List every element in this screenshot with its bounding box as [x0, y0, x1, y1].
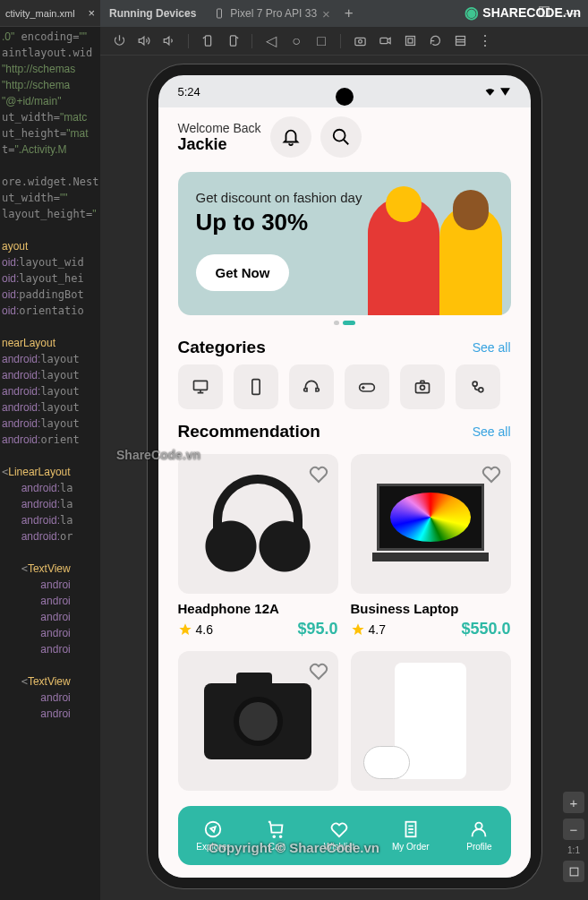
- reload-icon[interactable]: [427, 33, 443, 49]
- device-frame: 5:24 Welcome Back Jackie: [148, 64, 541, 888]
- editor-tab[interactable]: ctivity_main.xml ×: [0, 0, 100, 27]
- dot-active[interactable]: [343, 321, 355, 325]
- settings-icon[interactable]: [452, 33, 468, 49]
- bell-icon: [281, 127, 301, 147]
- search-button[interactable]: [320, 116, 362, 158]
- add-device-icon[interactable]: +: [345, 4, 354, 22]
- product-card-headphone[interactable]: Headphone 12A 4.6 $95.0: [178, 454, 338, 639]
- product-image: [351, 454, 511, 594]
- code-editor[interactable]: .0" encoding="" aintlayout.wid "http://s…: [0, 27, 100, 900]
- device-tab-label: Pixel 7 Pro API 33: [230, 7, 317, 20]
- product-image: [351, 651, 511, 791]
- product-card-console[interactable]: [351, 651, 511, 791]
- volume-down-icon[interactable]: [161, 33, 177, 49]
- headphone-graphic: [204, 475, 311, 573]
- svg-point-18: [206, 822, 221, 837]
- wishlist-heart-icon[interactable]: [481, 463, 502, 484]
- product-card-laptop[interactable]: Business Laptop 4.7 $550.0: [351, 454, 511, 639]
- recommendation-see-all[interactable]: See all: [473, 424, 511, 439]
- product-image: [178, 651, 338, 791]
- user-icon: [469, 819, 489, 839]
- product-name: Business Laptop: [351, 601, 511, 616]
- overview-icon[interactable]: □: [313, 33, 329, 49]
- nav-profile[interactable]: Profile: [466, 819, 491, 852]
- category-headphone[interactable]: [289, 364, 334, 409]
- dot[interactable]: [334, 321, 339, 325]
- laptop-graphic: [372, 484, 489, 564]
- categories-row: [158, 364, 531, 409]
- svg-rect-4: [354, 38, 364, 45]
- monitor-icon: [192, 378, 209, 396]
- product-price: $95.0: [297, 620, 337, 639]
- product-card-camera[interactable]: [178, 651, 338, 791]
- notification-button[interactable]: [270, 116, 311, 158]
- battery-icon: [499, 86, 511, 98]
- logo-text: SHARECODE.vn: [482, 5, 581, 20]
- product-rating: 4.6: [196, 622, 213, 637]
- nav-myorder[interactable]: My Order: [392, 819, 430, 852]
- category-gaming[interactable]: [345, 364, 389, 409]
- recommendation-header: Recommendation See all: [158, 409, 531, 449]
- product-name: Headphone 12A: [178, 601, 338, 616]
- categories-header: Categories See all: [158, 325, 531, 364]
- camera-graphic: [204, 683, 311, 759]
- svg-point-15: [420, 385, 424, 390]
- welcome-greeting: Welcome Back: [178, 121, 261, 135]
- rotate-left-icon[interactable]: [200, 33, 216, 49]
- more-icon[interactable]: ⋮: [477, 33, 493, 49]
- snapshot-icon[interactable]: [402, 33, 418, 49]
- phone-icon: [247, 378, 265, 396]
- product-price: $550.0: [461, 620, 510, 639]
- status-time: 5:24: [178, 85, 200, 99]
- accessories-icon: [469, 378, 487, 396]
- category-monitor[interactable]: [178, 364, 223, 409]
- svg-rect-3: [230, 36, 235, 46]
- svg-rect-9: [456, 37, 464, 46]
- app-content: Welcome Back Jackie Get discount on fash…: [158, 107, 531, 878]
- categories-title: Categories: [178, 338, 266, 357]
- svg-point-5: [358, 39, 362, 43]
- headphone-icon: [303, 378, 320, 396]
- get-now-button[interactable]: Get Now: [196, 254, 290, 291]
- tab-close-icon[interactable]: ×: [88, 6, 95, 20]
- compass-icon: [203, 819, 223, 839]
- nav-label: My Order: [392, 842, 430, 852]
- gamepad-icon: [358, 378, 376, 396]
- record-icon[interactable]: [377, 33, 393, 49]
- power-icon[interactable]: [111, 33, 127, 49]
- phone-icon: [214, 8, 225, 19]
- svg-point-16: [473, 381, 477, 386]
- cart-icon: [267, 819, 286, 839]
- logo-icon: ◉: [464, 3, 479, 22]
- device-tab-close-icon[interactable]: ×: [322, 6, 330, 21]
- category-accessories[interactable]: [456, 364, 500, 409]
- volume-up-icon[interactable]: [136, 33, 152, 49]
- promo-banner[interactable]: Get discount on fashion day Up to 30% Ge…: [178, 172, 511, 315]
- banner-image: [350, 181, 511, 315]
- home-icon[interactable]: ○: [288, 33, 304, 49]
- welcome-name: Jackie: [178, 135, 261, 154]
- nav-label: Profile: [466, 842, 491, 852]
- rotate-right-icon[interactable]: [225, 33, 241, 49]
- wishlist-heart-icon[interactable]: [308, 660, 329, 681]
- svg-rect-11: [193, 381, 207, 390]
- sharecode-logo: ◉ SHARECODE.vn: [464, 3, 581, 22]
- watermark: ShareCode.vn: [116, 448, 200, 462]
- welcome-row: Welcome Back Jackie: [158, 107, 531, 167]
- category-camera[interactable]: [400, 364, 445, 409]
- zoom-ratio: 1:1: [567, 845, 580, 855]
- svg-rect-13: [359, 384, 374, 391]
- heart-icon: [329, 819, 349, 839]
- zoom-in-button[interactable]: +: [563, 792, 584, 813]
- camera-icon[interactable]: [352, 33, 368, 49]
- back-icon[interactable]: ◁: [263, 33, 279, 49]
- svg-rect-21: [570, 868, 578, 876]
- category-phone[interactable]: [234, 364, 278, 409]
- zoom-fit-button[interactable]: [563, 861, 584, 882]
- zoom-out-button[interactable]: −: [563, 819, 584, 840]
- svg-rect-0: [217, 9, 222, 18]
- device-tab[interactable]: Pixel 7 Pro API 33 ×: [207, 6, 337, 21]
- device-toolbar: ◁ ○ □ ⋮: [100, 27, 588, 56]
- svg-rect-6: [379, 38, 387, 43]
- categories-see-all[interactable]: See all: [473, 340, 511, 355]
